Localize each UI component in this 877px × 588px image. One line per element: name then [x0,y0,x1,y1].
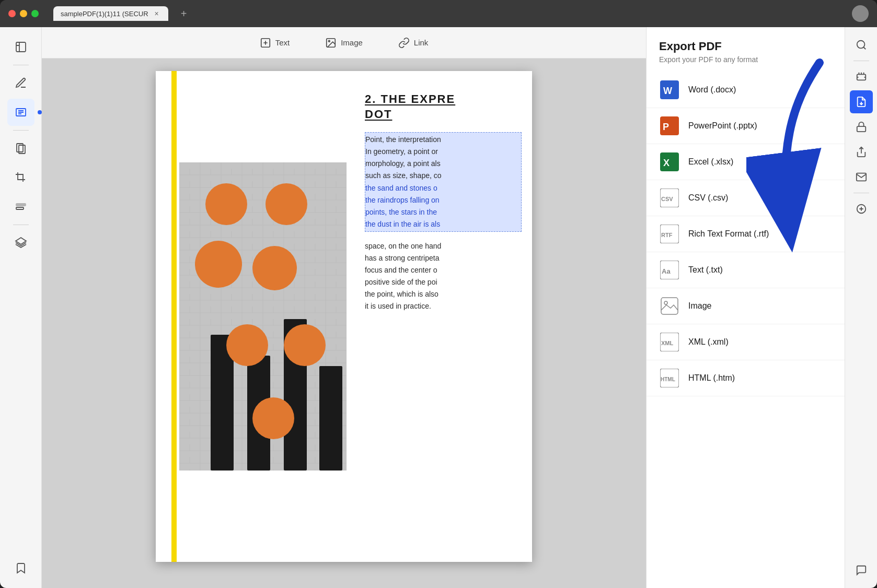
toolbar-text[interactable]: Text [252,34,297,52]
toolbar-image[interactable]: Image [318,34,370,52]
browser-tab[interactable]: samplePDF(1)(1)11 (SECUR × [53,6,168,21]
xml-icon: XML [659,332,680,352]
main-content: Text Image Link [42,27,646,588]
text-section: 2. THE EXPRE DOT Point, the interpretati… [354,71,532,562]
circle-1 [205,183,247,225]
profile-avatar[interactable] [852,5,869,22]
circle-7 [252,397,294,439]
right-toolbar [845,27,877,588]
ocr-icon [856,71,867,83]
export-powerpoint-label: PowerPoint (.pptx) [688,121,757,131]
image-icon [325,37,337,49]
export-panel: Export PDF Export your PDF to any format… [646,27,845,588]
right-tool-protect[interactable] [850,115,873,138]
sidebar-bottom [7,555,34,582]
export-rtf[interactable]: RTF Rich Text Format (.rtf) [647,216,845,252]
tab-close-button[interactable]: × [153,9,161,18]
circle-3 [195,241,242,288]
minimize-button[interactable] [20,10,27,17]
text-paragraph-2: space, on the one handhas a strong centr… [365,240,522,313]
right-divider-2 [853,193,869,193]
right-tool-export[interactable] [850,90,873,113]
sidebar-item-layers[interactable] [7,229,34,256]
svg-rect-9 [16,204,26,206]
heading-line1: 2. THE EXPRE [365,92,455,105]
toolbar-image-label: Image [341,38,363,47]
export-panel-scroll: Export PDF Export your PDF to any format… [647,27,845,588]
left-sidebar [0,27,42,588]
export-excel[interactable]: X Excel (.xlsx) [647,144,845,180]
svg-text:X: X [663,158,670,168]
svg-point-31 [664,301,667,304]
image-format-icon [659,296,680,316]
right-tool-email[interactable] [850,166,873,189]
text-highlighted: the sand and stones othe raindrops falli… [365,182,521,230]
export-word[interactable]: W Word (.docx) [647,72,845,108]
sidebar-item-bookmark[interactable] [7,555,34,582]
svg-rect-10 [16,207,24,209]
new-tab-button[interactable]: + [177,6,191,21]
export-html-label: HTML (.htm) [688,373,735,383]
txt-icon: Aa [659,260,680,280]
sidebar-item-pages[interactable] [7,135,34,162]
export-image-label: Image [688,301,711,311]
svg-rect-30 [661,298,678,314]
right-tool-ocr[interactable] [850,65,873,88]
right-divider-1 [853,61,869,61]
highlighted-region: Point, the interpretationIn geometry, a … [365,132,522,232]
circle-4 [252,246,297,290]
text-icon [260,37,271,49]
right-tool-save[interactable] [850,197,873,220]
text-paragraph-1: Point, the interpretationIn geometry, a … [365,132,522,232]
save-icon [856,203,867,215]
close-button[interactable] [8,10,16,17]
export-icon [856,96,867,108]
sidebar-item-edit[interactable] [7,99,34,126]
sidebar-item-panel[interactable] [7,33,34,61]
export-csv-label: CSV (.csv) [688,193,728,203]
search-icon [856,39,867,51]
maximize-button[interactable] [31,10,39,17]
sidebar-item-annotate[interactable] [7,69,34,97]
export-image[interactable]: Image [647,288,845,324]
traffic-lights [8,10,39,17]
export-txt[interactable]: Aa Text (.txt) [647,252,845,288]
yellow-strip [171,71,177,562]
right-tool-search[interactable] [850,33,873,56]
right-tool-chat[interactable] [850,559,873,582]
export-powerpoint[interactable]: P PowerPoint (.pptx) [647,108,845,144]
export-list: W Word (.docx) P PowerPoi [647,68,845,401]
svg-text:HTML: HTML [661,377,675,382]
export-xml[interactable]: XML XML (.xml) [647,324,845,360]
export-excel-label: Excel (.xlsx) [688,157,733,167]
right-tool-share[interactable] [850,140,873,163]
sidebar-divider-2 [13,130,29,131]
share-icon [856,146,867,158]
artwork-frame [179,162,347,471]
circle-2 [266,183,307,225]
export-word-label: Word (.docx) [688,85,736,95]
sidebar-item-crop[interactable] [7,164,34,191]
protect-icon [856,121,867,133]
export-subtitle: Export your PDF to any format [659,55,832,64]
excel-icon: X [659,151,680,172]
export-title: Export PDF [659,40,832,53]
export-xml-label: XML (.xml) [688,337,729,347]
sidebar-item-redact[interactable] [7,193,34,220]
artwork-section [156,71,354,562]
export-csv[interactable]: CSV CSV (.csv) [647,180,845,216]
main-toolbar: Text Image Link [42,27,646,58]
text-body: Point, the interpretationIn geometry, a … [365,132,522,312]
app-window: samplePDF(1)(1)11 (SECUR × + [0,0,877,588]
pdf-viewer: 2. THE EXPRE DOT Point, the interpretati… [42,58,646,588]
circle-5 [226,324,268,366]
toolbar-text-label: Text [275,38,290,47]
export-html[interactable]: HTML HTML (.htm) [647,360,845,396]
text-before-highlight: Point, the interpretationIn geometry, a … [365,134,521,182]
svg-text:CSV: CSV [661,196,673,202]
rtf-icon: RTF [659,224,680,244]
toolbar-link[interactable]: Link [391,34,436,52]
right-toolbar-bottom [850,559,873,582]
svg-text:W: W [663,86,672,96]
ppt-icon: P [659,115,680,136]
